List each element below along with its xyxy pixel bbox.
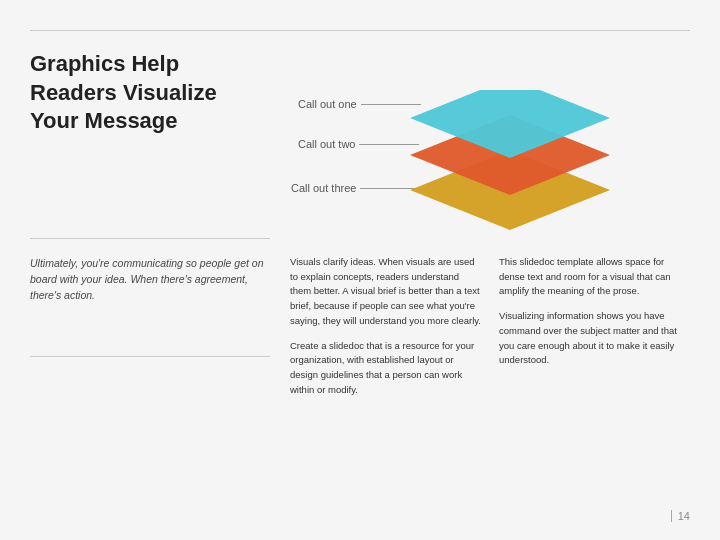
callout-two: Call out two [298,138,419,150]
callout-three-label: Call out three [291,182,356,194]
main-text-area: Visuals clarify ideas. When visuals are … [290,255,690,407]
pyramid-svg [410,90,610,260]
page-number: 14 [678,510,690,522]
callout-three: Call out three [291,182,420,194]
left-column: Graphics Help Readers Visualize Your Mes… [30,50,270,156]
page-title: Graphics Help Readers Visualize Your Mes… [30,50,270,136]
callout-one: Call out one [298,98,421,110]
text-column-1: Visuals clarify ideas. When visuals are … [290,255,481,407]
left-italic-block: Ultimately, you're communicating so peop… [30,248,270,303]
callout-two-label: Call out two [298,138,355,150]
text-col1-p1: Visuals clarify ideas. When visuals are … [290,255,481,329]
page-sep [671,510,672,522]
slide-page: Graphics Help Readers Visualize Your Mes… [0,0,720,540]
text-col2-p1: This slidedoc template allows space for … [499,255,690,299]
bottom-divider-left [30,356,270,357]
callout-one-label: Call out one [298,98,357,110]
italic-text: Ultimately, you're communicating so peop… [30,256,270,303]
text-col1-p2: Create a slidedoc that is a resource for… [290,339,481,398]
top-divider [30,30,690,31]
upper-divider [30,238,270,239]
text-column-2: This slidedoc template allows space for … [499,255,690,407]
pyramid-graphic: Call out one Call out two Call out three [290,50,720,250]
text-col2-p2: Visualizing information shows you have c… [499,309,690,368]
page-number-area: 14 [671,510,690,522]
